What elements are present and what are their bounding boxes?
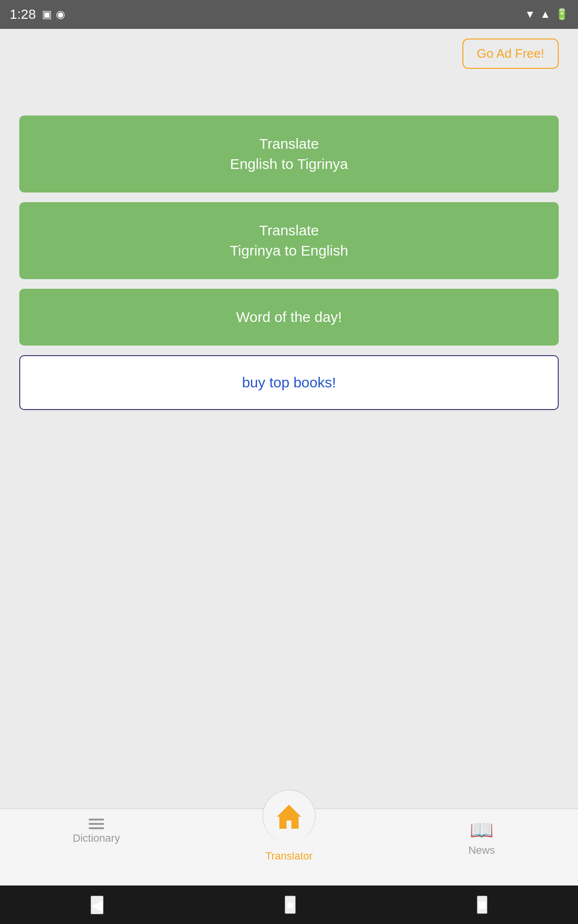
android-nav: ◀ ● ■ [0, 886, 578, 924]
battery-icon: 🔋 [555, 8, 568, 21]
home-button[interactable]: ● [285, 896, 295, 914]
sim-card-icon: ▣ [42, 8, 52, 21]
translate-tig-eng-line2: Tigrinya to English [230, 243, 348, 258]
nav-item-dictionary[interactable]: Dictionary [0, 814, 193, 845]
nav-item-news[interactable]: 📖 News [385, 814, 578, 857]
status-bar-left: 1:28 ▣ ◉ [10, 7, 65, 22]
recent-button[interactable]: ■ [477, 896, 487, 914]
book-icon: 📖 [470, 819, 494, 841]
wifi-icon: ▼ [525, 8, 535, 21]
signal-icon: ▲ [540, 8, 551, 21]
status-time: 1:28 [10, 7, 36, 22]
nav-label-dictionary: Dictionary [73, 832, 120, 845]
translate-eng-tig-line1: Translate [259, 136, 319, 152]
translator-bubble [263, 790, 315, 843]
back-button[interactable]: ◀ [91, 896, 104, 914]
translate-eng-to-tig-button[interactable]: Translate English to Tigrinya [19, 116, 559, 192]
home-icon [275, 802, 303, 831]
status-icons-left: ▣ ◉ [42, 8, 65, 21]
buy-top-books-button[interactable]: buy top books! [19, 355, 559, 410]
word-of-the-day-button[interactable]: Word of the day! [19, 289, 559, 346]
status-bar-right: ▼ ▲ 🔋 [525, 8, 568, 21]
status-bar: 1:28 ▣ ◉ ▼ ▲ 🔋 [0, 0, 578, 29]
nav-label-translator: Translator [265, 850, 313, 862]
bottom-nav: Dictionary Translator 📖 News [0, 808, 578, 886]
translate-tig-eng-line1: Translate [259, 222, 319, 238]
svg-marker-0 [277, 805, 301, 829]
circle-logo-icon: ◉ [56, 8, 65, 21]
buttons-container: Translate English to Tigrinya Translate … [19, 116, 559, 410]
translate-tig-to-eng-button[interactable]: Translate Tigrinya to English [19, 202, 559, 279]
nav-label-news: News [468, 844, 495, 857]
translate-eng-tig-line2: English to Tigrinya [230, 156, 348, 172]
go-ad-free-button[interactable]: Go Ad Free! [462, 38, 559, 69]
main-content: Go Ad Free! Translate English to Tigriny… [0, 29, 578, 808]
list-icon [89, 819, 104, 829]
nav-item-translator[interactable]: Translator [193, 814, 385, 862]
